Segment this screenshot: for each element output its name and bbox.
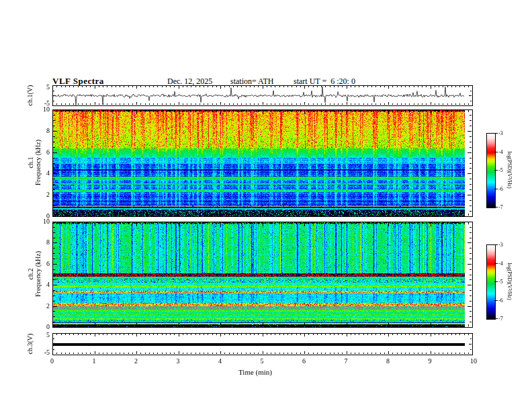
cb2-tick-label--3: -3	[498, 242, 503, 248]
time-tick-label-3: 3	[177, 358, 180, 365]
cb1-tick-label--6: -6	[498, 187, 503, 192]
freq-tick-label-ch2-8: 8	[34, 239, 50, 246]
colorbar-ch2-label: log(PSD)(V²/Hz)	[506, 263, 512, 300]
time-tick-label-1: 1	[93, 358, 96, 365]
time-tick-label-5: 5	[261, 358, 264, 365]
colorbar-ch2	[486, 244, 496, 320]
freq-tick-label-ch1-8: 8	[34, 128, 50, 134]
time-tick-label-0: 0	[50, 358, 54, 365]
cb1-tick-mark	[494, 189, 498, 189]
volt-tick-label-ch1--5: -5	[34, 100, 50, 107]
ch3-wave-axis-title: ch.3(V)	[26, 334, 34, 355]
cb2-tick-mark	[494, 300, 498, 301]
ch2-spec-axis-title-line1: ch.2	[27, 269, 34, 280]
vlf-spectra-figure: VLF Spectra Dec. 12, 2025 station= ATH s…	[0, 0, 532, 411]
cb2-tick-mark	[494, 281, 498, 282]
time-tick-label-9: 9	[429, 358, 432, 365]
cb1-tick-mark	[494, 152, 498, 152]
freq-tick-label-ch2-0: 0	[34, 324, 50, 330]
ch2-spec-axis-title: ch.2Frequency (kHz)	[27, 251, 42, 297]
ch1-spec-axis-title: ch.1Frequency (kHz)	[27, 140, 42, 185]
axes-layer	[0, 0, 532, 411]
ch1-spec-axis-title-line2: Frequency (kHz)	[34, 140, 42, 185]
time-tick-label-7: 7	[345, 358, 348, 365]
freq-tick-label-ch1-4: 4	[34, 170, 50, 177]
ch2-spec-axis-title-line2: Frequency (kHz)	[34, 251, 42, 297]
cb1-tick-label--5: -5	[498, 168, 503, 173]
freq-tick-label-ch2-6: 6	[34, 261, 50, 267]
colorbar-ch1	[486, 133, 496, 208]
time-axis-title: Time (min)	[238, 368, 272, 376]
time-tick-label-10: 10	[470, 358, 477, 365]
freq-tick-label-ch2-2: 2	[34, 303, 50, 310]
cb1-tick-label--7: -7	[498, 205, 503, 210]
cb1-tick-label--3: -3	[498, 131, 503, 136]
freq-tick-label-ch1-10: 10	[34, 106, 50, 113]
colorbar-ch1-label: log(PSD)(V²/Hz)	[506, 151, 512, 188]
volt-tick-label-ch1-5: 5	[34, 84, 50, 91]
cb1-tick-mark	[494, 133, 498, 134]
time-tick-label-6: 6	[302, 358, 306, 365]
cb2-tick-label--4: -4	[498, 261, 503, 267]
volt-tick-label-ch3--5: -5	[34, 349, 50, 356]
ch1-spec-axis-title-line1: ch.1	[27, 157, 34, 169]
time-tick-label-8: 8	[386, 358, 390, 365]
cb2-tick-label--6: -6	[498, 298, 503, 304]
cb1-tick-label--4: -4	[498, 150, 503, 155]
freq-tick-label-ch2-4: 4	[34, 281, 50, 288]
cb2-tick-mark	[494, 318, 498, 319]
freq-tick-label-ch1-2: 2	[34, 191, 50, 198]
cb1-tick-mark	[494, 170, 498, 171]
cb1-tick-mark	[494, 207, 498, 208]
volt-tick-label-ch3-5: 5	[34, 332, 50, 338]
cb2-tick-mark	[494, 244, 498, 245]
time-tick-label-2: 2	[134, 358, 138, 365]
cb2-tick-label--7: -7	[498, 316, 503, 322]
freq-tick-label-ch2-10: 10	[34, 218, 50, 225]
cb2-tick-mark	[494, 263, 498, 264]
cb2-tick-label--5: -5	[498, 279, 503, 285]
freq-tick-label-ch1-6: 6	[34, 149, 50, 156]
time-tick-label-4: 4	[218, 358, 222, 365]
ch1-wave-axis-title: ch.1(V)	[26, 85, 34, 106]
